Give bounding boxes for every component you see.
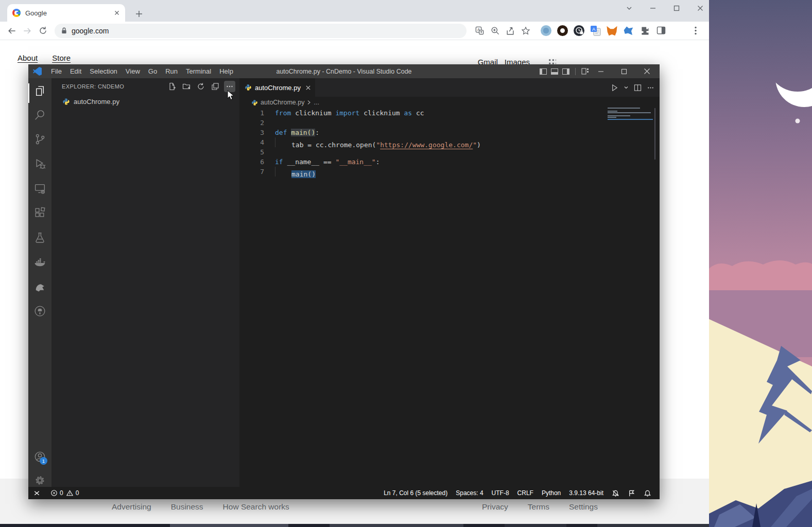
explorer-icon[interactable] [33, 84, 46, 97]
cursor-position[interactable]: Ln 7, Col 6 (5 selected) [384, 489, 447, 497]
customize-layout-icon[interactable] [581, 68, 589, 75]
side-panel-button[interactable] [656, 25, 667, 36]
run-dropdown-chevron-icon[interactable] [624, 85, 629, 90]
new-folder-button[interactable] [181, 81, 192, 92]
language-mode[interactable]: Python [542, 489, 561, 497]
editor-tab-autochrome[interactable]: autoChrome.py [239, 78, 315, 97]
menu-help[interactable]: Help [215, 64, 237, 78]
footer-link-business[interactable]: Business [171, 502, 203, 512]
browser-tab-google[interactable]: Google [7, 4, 125, 22]
footer-link-privacy[interactable]: Privacy [482, 502, 508, 512]
remote-explorer-icon[interactable] [33, 182, 46, 195]
settings-gear-icon[interactable] [33, 474, 46, 487]
svg-text:A: A [592, 26, 596, 32]
toggle-sidebar-icon[interactable] [540, 68, 547, 75]
breadcrumb-file[interactable]: autoChrome.py [261, 99, 304, 106]
back-button[interactable] [4, 23, 20, 39]
problems-errors[interactable]: 0 [50, 489, 63, 497]
extensions-icon[interactable] [33, 206, 46, 219]
menu-edit[interactable]: Edit [66, 64, 85, 78]
footer-link-how-search-works[interactable]: How Search works [223, 502, 289, 512]
dnd-bell-icon[interactable] [612, 489, 619, 497]
extension-blue-fox-icon[interactable] [623, 25, 634, 36]
menu-file[interactable]: File [47, 64, 66, 78]
extension-lock-clock-icon[interactable] [574, 25, 584, 36]
share-button[interactable] [503, 23, 518, 39]
menu-run[interactable]: Run [161, 64, 182, 78]
vscode-maximize-button[interactable] [612, 64, 635, 78]
footer-link-settings[interactable]: Settings [569, 502, 598, 512]
python-interpreter[interactable]: 3.9.13 64-bit [569, 489, 603, 497]
breadcrumb[interactable]: autoChrome.py ... [239, 97, 660, 108]
code-line-6[interactable]: 6if __name__ == "__main__": [239, 157, 660, 167]
run-python-icon[interactable] [611, 84, 618, 92]
clicknium-icon[interactable] [33, 280, 46, 293]
menu-terminal[interactable]: Terminal [182, 64, 215, 78]
minimap[interactable] [608, 108, 653, 118]
new-tab-button[interactable] [132, 7, 146, 21]
encoding[interactable]: UTF-8 [492, 489, 509, 497]
more-actions-icon[interactable] [647, 84, 654, 92]
code-line-1[interactable]: 1from clicknium import clicknium as cc [239, 108, 660, 118]
nav-link-about[interactable]: About [18, 54, 38, 62]
bookmark-button[interactable] [518, 23, 533, 39]
window-minimize-button[interactable] [641, 0, 665, 16]
extension-translate-icon[interactable]: A [590, 25, 601, 36]
chrome-menu-button[interactable] [692, 25, 700, 36]
vscode-close-button[interactable] [635, 64, 659, 78]
extension-blue-dot-icon[interactable] [541, 25, 551, 36]
translate-page-button[interactable]: A [472, 23, 487, 39]
code-editor[interactable]: 1from clicknium import clicknium as cc23… [239, 108, 660, 177]
address-bar[interactable]: google.com [55, 24, 467, 38]
notifications-bell-icon[interactable] [644, 489, 651, 497]
bookmark-star-icon [521, 26, 531, 36]
explorer-file-autochrome[interactable]: autoChrome.py [51, 96, 239, 108]
window-maximize-button[interactable] [665, 0, 688, 16]
collapse-folders-button[interactable] [210, 81, 221, 92]
footer-link-terms[interactable]: Terms [528, 502, 549, 512]
reload-icon [38, 26, 48, 36]
editor-tab-label: autoChrome.py [255, 84, 302, 92]
menu-go[interactable]: Go [144, 64, 161, 78]
tab-close-icon[interactable] [114, 10, 120, 16]
breadcrumb-more[interactable]: ... [314, 99, 319, 106]
reload-button[interactable] [35, 23, 50, 39]
activity-bar: 1 [28, 78, 51, 487]
source-control-icon[interactable] [33, 133, 46, 146]
vscode-minimize-button[interactable] [589, 64, 612, 78]
footer-link-advertising[interactable]: Advertising [112, 502, 151, 512]
zoom-button[interactable] [487, 23, 503, 39]
toggle-secondary-sidebar-icon[interactable] [562, 68, 569, 75]
chrome-profile-avatar[interactable] [672, 24, 686, 38]
run-debug-icon[interactable] [33, 157, 46, 170]
search-icon[interactable] [33, 109, 46, 121]
window-close-button[interactable] [688, 0, 712, 16]
line-number: 7 [239, 167, 275, 177]
feedback-pennant-icon[interactable] [628, 489, 635, 497]
menu-view[interactable]: View [122, 64, 144, 78]
problems-warnings[interactable]: 0 [66, 489, 79, 497]
remote-indicator[interactable] [28, 487, 45, 499]
tab-close-icon[interactable] [305, 85, 311, 91]
github-icon[interactable] [33, 305, 46, 318]
code-line-2[interactable]: 2 [239, 118, 660, 128]
extensions-puzzle-icon[interactable] [640, 25, 650, 36]
extension-dark-donut-icon[interactable] [557, 25, 568, 36]
code-line-4[interactable]: 4tab = cc.chrome.open("https://www.googl… [239, 137, 660, 147]
split-editor-icon[interactable] [634, 84, 642, 92]
nav-link-store[interactable]: Store [52, 54, 71, 62]
line-number: 3 [239, 128, 275, 137]
indentation[interactable]: Spaces: 4 [456, 489, 483, 497]
forward-button[interactable] [20, 23, 35, 39]
tab-search-button[interactable] [617, 0, 641, 16]
testing-beaker-icon[interactable] [33, 231, 46, 244]
new-file-button[interactable] [166, 81, 178, 92]
refresh-button[interactable] [195, 81, 206, 92]
extension-metamask-fox-icon[interactable] [607, 25, 617, 36]
menu-selection[interactable]: Selection [85, 64, 121, 78]
code-line-3[interactable]: 3def main(): [239, 128, 660, 137]
eol-sequence[interactable]: CRLF [517, 489, 533, 497]
code-line-7[interactable]: 7main() [239, 167, 660, 177]
toggle-panel-icon[interactable] [551, 68, 558, 75]
docker-whale-icon[interactable] [33, 256, 46, 269]
